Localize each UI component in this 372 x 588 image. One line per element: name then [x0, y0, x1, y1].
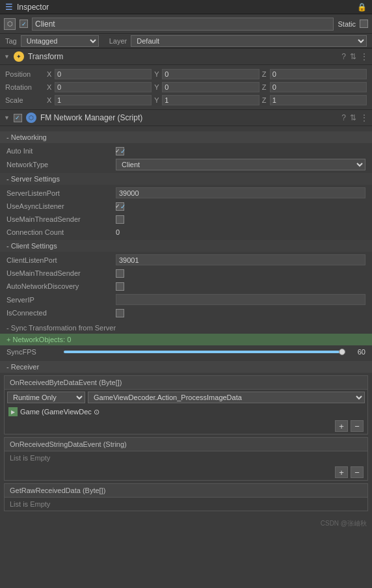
use-async-listener-label: UseAsyncListener: [7, 202, 111, 210]
is-connected-label: IsConnected: [7, 309, 111, 317]
rotation-xyz: X Y Z: [47, 82, 367, 92]
transform-menu-icon[interactable]: ⋮: [360, 52, 368, 61]
rotation-label: Rotation: [5, 83, 44, 91]
server-listen-port-label: ServerListenPort: [7, 189, 111, 197]
layer-select[interactable]: Default: [131, 35, 367, 47]
on-received-string-add-remove: + −: [5, 464, 367, 480]
auto-network-discovery-row: AutoNetworkDiscovery: [0, 280, 372, 293]
sync-fps-row: SyncFPS 60: [0, 345, 372, 358]
transform-help-icon[interactable]: ?: [341, 52, 346, 61]
fm-network-body: - Networking Auto Init ✓ NetworkType Cli…: [0, 126, 372, 516]
on-received-byte-entry: ▶ Game (GameViewDec ⊙: [5, 405, 367, 418]
inspector-icon: ☰: [5, 2, 13, 12]
transform-header-right: ? ⇅ ⋮: [341, 52, 368, 61]
on-received-string-add-btn[interactable]: +: [335, 466, 348, 478]
auto-init-row: Auto Init ✓: [0, 144, 372, 157]
on-received-byte-remove-btn[interactable]: −: [351, 420, 364, 432]
sync-fps-value: 60: [347, 348, 365, 356]
tag-select[interactable]: Untagged: [21, 35, 99, 47]
on-received-byte-controls: Runtime Only GameViewDecoder.Action_Proc…: [5, 390, 367, 405]
object-enable-checkbox[interactable]: ✓: [20, 20, 28, 28]
on-received-byte-event-header: OnReceivedByteDataEvent (Byte[]): [5, 376, 367, 390]
use-main-thread-sender-server-checkbox[interactable]: [116, 215, 124, 224]
server-ip-label: ServerIP: [7, 296, 111, 304]
rotation-row: Rotation X Y Z: [0, 81, 372, 94]
object-name-input[interactable]: [32, 18, 334, 31]
on-received-byte-add-btn[interactable]: +: [335, 420, 348, 432]
network-type-label: NetworkType: [7, 161, 111, 168]
transform-settings-icon[interactable]: ⇅: [350, 52, 356, 61]
server-ip-input[interactable]: [116, 294, 365, 305]
client-listen-port-label: ClientListenPort: [7, 256, 111, 264]
scale-y[interactable]: [162, 95, 259, 105]
auto-network-discovery-label: AutoNetworkDiscovery: [7, 282, 111, 290]
runtime-only-select[interactable]: Runtime Only: [7, 392, 85, 403]
connection-count-label: Connection Count: [7, 228, 111, 236]
fm-settings-icon[interactable]: ⇅: [350, 113, 356, 122]
server-listen-port-input[interactable]: [116, 187, 365, 198]
fm-header-right: ? ⇅ ⋮: [341, 113, 368, 122]
network-objects-row[interactable]: + NetworkObjects: 0: [0, 334, 372, 345]
transform-component-header: ▼ ✦ Transform ? ⇅ ⋮: [0, 48, 372, 65]
object-icon: ⬡: [4, 18, 16, 30]
scale-x[interactable]: [55, 95, 152, 105]
position-label: Position: [5, 70, 44, 78]
on-received-string-event-box: OnReceivedStringDataEvent (String) List …: [4, 437, 368, 481]
get-raw-received-data-box: GetRawReceivedData (Byte[]) List is Empt…: [4, 483, 368, 511]
sync-transform-label: - Sync Transformation from Server: [0, 319, 372, 334]
lock-icon[interactable]: 🔒: [357, 3, 367, 12]
position-xyz: X Y Z: [47, 69, 367, 79]
receiver-section-label: - Receiver: [0, 361, 372, 373]
server-settings-label: - Server Settings: [0, 173, 372, 185]
position-z[interactable]: [270, 69, 367, 79]
use-main-thread-sender-client-label: UseMainThreadSender: [7, 269, 111, 277]
use-main-thread-sender-client-row: UseMainThreadSender: [0, 267, 372, 280]
object-header: ⬡ ✓ Static: [0, 14, 372, 34]
fm-menu-icon[interactable]: ⋮: [360, 113, 368, 122]
scale-xyz: X Y Z: [47, 95, 367, 105]
fm-icon: ⬡: [26, 113, 36, 123]
use-main-thread-sender-client-checkbox[interactable]: [116, 269, 124, 278]
rotation-z[interactable]: [270, 82, 367, 92]
sync-fps-label: SyncFPS: [7, 348, 59, 356]
transform-arrow[interactable]: ▼: [4, 53, 10, 60]
on-received-string-remove-btn[interactable]: −: [351, 466, 364, 478]
client-settings-label: - Client Settings: [0, 240, 372, 252]
title-bar-label: Inspector: [17, 3, 49, 12]
fm-network-header: ▼ ✓ ⬡ FM Network Manager (Script) ? ⇅ ⋮: [0, 109, 372, 126]
use-async-listener-checkbox[interactable]: ✓: [116, 202, 124, 211]
use-main-thread-sender-server-label: UseMainThreadSender: [7, 215, 111, 223]
static-label: Static: [338, 20, 356, 28]
static-checkbox[interactable]: [360, 20, 368, 28]
fm-arrow[interactable]: ▼: [4, 114, 10, 121]
action-select[interactable]: GameViewDecoder.Action_ProcessImageData: [88, 392, 365, 403]
is-connected-checkbox[interactable]: [116, 309, 124, 317]
rotation-x[interactable]: [55, 82, 152, 92]
transform-body: Position X Y Z Rotation X Y Z Scale X Y …: [0, 65, 372, 109]
auto-init-checkbox[interactable]: ✓: [116, 147, 124, 155]
client-listen-port-row: ClientListenPort: [0, 253, 372, 267]
tag-layer-row: Tag Untagged Layer Default: [0, 34, 372, 48]
fm-help-icon[interactable]: ?: [341, 113, 346, 122]
server-ip-row: ServerIP: [0, 293, 372, 306]
position-y[interactable]: [162, 69, 259, 79]
get-raw-received-data-empty: List is Empty: [5, 498, 367, 511]
network-type-select[interactable]: Client Server Host: [116, 159, 365, 170]
position-x[interactable]: [55, 69, 152, 79]
on-received-byte-add-remove: + −: [5, 418, 367, 434]
connection-count-row: Connection Count 0: [0, 226, 372, 239]
fm-enable-checkbox[interactable]: ✓: [14, 114, 22, 122]
client-listen-port-input[interactable]: [116, 254, 365, 265]
tag-label: Tag: [5, 37, 17, 45]
fm-title: FM Network Manager (Script): [40, 113, 142, 122]
position-row: Position X Y Z: [0, 68, 372, 81]
connection-count-value: 0: [116, 228, 365, 236]
sync-fps-track[interactable]: [64, 351, 342, 353]
auto-network-discovery-checkbox[interactable]: [116, 282, 124, 291]
scale-z[interactable]: [270, 95, 367, 105]
rotation-y[interactable]: [162, 82, 259, 92]
transform-title: Transform: [28, 52, 63, 61]
networking-section-label: - Networking: [0, 131, 372, 143]
get-raw-received-data-header: GetRawReceivedData (Byte[]): [5, 484, 367, 498]
server-listen-port-row: ServerListenPort: [0, 186, 372, 200]
